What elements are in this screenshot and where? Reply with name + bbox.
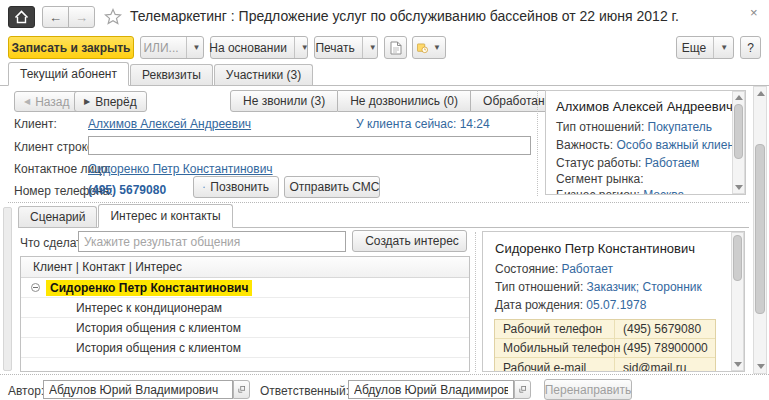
relation-type-label: Тип отношений:	[556, 120, 644, 134]
scroll-down-icon[interactable]	[735, 185, 743, 190]
choose-icon	[519, 385, 526, 394]
segment-label: Сегмент рынка:	[556, 172, 644, 186]
tree-row-history[interactable]: История общения с клиентом	[21, 318, 469, 338]
or-dropdown-button[interactable]: ИЛИ... ▼	[140, 36, 204, 59]
scroll-up-icon[interactable]	[735, 95, 743, 100]
forward-button[interactable]: →	[68, 6, 95, 28]
client-string-input[interactable]	[88, 136, 531, 155]
responsible-choose-button[interactable]	[514, 380, 531, 399]
channel-label: Рабочий телефон	[495, 320, 615, 338]
scrollbar-thumb[interactable]	[734, 104, 743, 159]
contact-relation-label: Тип отношений:	[495, 280, 583, 294]
table-row: Рабочий e-mail sid@mail.ru	[495, 358, 715, 372]
forward-nav-button[interactable]: ▶ Вперёд	[74, 91, 147, 112]
home-button[interactable]	[8, 6, 35, 28]
tab-participants[interactable]: Участники (3)	[214, 64, 313, 85]
scroll-down-icon[interactable]	[757, 364, 765, 369]
main-scrollbar[interactable]	[753, 86, 767, 374]
more-button[interactable]: Еще ▼	[676, 36, 734, 59]
chevron-down-icon: ▼	[301, 44, 309, 52]
save-close-button[interactable]: Записать и закрыть	[8, 36, 134, 59]
tree-row-history[interactable]: История общения с клиентом	[21, 338, 469, 358]
call-button[interactable]: Позвонить	[193, 176, 279, 198]
tree-row-contact[interactable]: Сидоренко Петр Константинович	[21, 278, 469, 298]
tree-row-interest[interactable]: Интерес к кондиционерам	[21, 298, 469, 318]
based-on-button[interactable]: На основании ▼	[210, 36, 308, 59]
window-title: Телемаркетинг : Предложение услуг по обс…	[130, 8, 679, 24]
responsible-input[interactable]	[348, 380, 514, 399]
client-label: Клиент:	[14, 117, 57, 131]
scrollbar-thumb[interactable]	[755, 144, 765, 314]
client-card-scrollbar[interactable]	[732, 91, 745, 194]
birth-date-value[interactable]: 05.07.1978	[586, 298, 646, 312]
scrollbar-thumb[interactable]	[733, 235, 742, 281]
tab-current-subscriber[interactable]: Текущий абонент	[8, 62, 129, 86]
tree-row-label[interactable]: История общения с клиентом	[76, 321, 241, 335]
close-icon[interactable]: ×	[750, 5, 758, 20]
region-value[interactable]: Москва	[643, 188, 684, 195]
tab-interest-contacts[interactable]: Интерес и контакты	[98, 204, 232, 228]
help-button[interactable]: ?	[740, 36, 761, 59]
contact-card-name: Сидоренко Петр Константинович	[495, 241, 726, 256]
client-local-time: У клиента сейчас: 14:24	[356, 117, 490, 131]
channel-label: Рабочий e-mail	[495, 358, 615, 372]
choose-icon	[238, 385, 245, 394]
contact-person-link[interactable]: Сидоренко Петр Константинович	[88, 162, 273, 176]
vertical-splitter[interactable]	[475, 232, 476, 372]
triangle-right-icon: ▶	[84, 97, 90, 106]
contact-card-panel: Сидоренко Петр Константинович Состояние:…	[482, 231, 745, 372]
work-status-value[interactable]: Работаем	[645, 156, 700, 170]
scroll-down-icon[interactable]	[734, 362, 742, 367]
reminder-icon	[417, 41, 428, 55]
send-sms-button[interactable]: Отправить СМС	[284, 176, 380, 198]
tree-row-label[interactable]: Сидоренко Петр Константинович	[46, 280, 252, 296]
chevron-down-icon: ▼	[369, 44, 377, 52]
author-label: Автор:	[8, 384, 44, 398]
create-interest-button[interactable]: Создать интерес	[352, 230, 467, 252]
titlebar: ← → Телемаркетинг : Предложение услуг по…	[0, 0, 769, 32]
print-button[interactable]: Печать ▼	[314, 36, 378, 59]
contact-relation-value[interactable]: Заказчик; Сторонник	[587, 280, 702, 294]
birth-date-label: Дата рождения:	[495, 298, 583, 312]
tree-row-label[interactable]: Интерес к кондиционерам	[76, 301, 222, 315]
importance-value[interactable]: Особо важный клиент	[616, 138, 739, 152]
call-result-input[interactable]	[78, 231, 346, 252]
interest-tree: Клиент | Контакт | Интерес Сидоренко Пет…	[20, 256, 470, 372]
tab-scenario[interactable]: Сценарий	[18, 206, 97, 227]
attached-files-button[interactable]	[384, 36, 407, 59]
phone-number-value[interactable]: (495) 5679080	[88, 183, 166, 197]
favorites-star-icon[interactable]	[104, 8, 122, 25]
contact-card-scrollbar[interactable]	[731, 232, 744, 371]
reminder-button[interactable]: ▼	[412, 36, 446, 59]
collapse-icon[interactable]	[31, 283, 40, 292]
channel-value: sid@mail.ru	[615, 361, 687, 373]
relation-type-value[interactable]: Покупатель	[648, 120, 712, 134]
tab-requisites[interactable]: Реквизиты	[130, 64, 213, 85]
chevron-down-icon: ▼	[433, 44, 441, 52]
back-button[interactable]: ←	[42, 6, 69, 28]
triangle-left-icon: ◀	[24, 97, 30, 106]
region-label: Бизнес регион:	[556, 188, 640, 195]
scroll-up-icon[interactable]	[757, 91, 765, 96]
vertical-splitter[interactable]	[537, 90, 538, 196]
contact-channels-table: Рабочий телефон (495) 5679080 Мобильный …	[494, 319, 716, 372]
client-card-panel: Алхимов Алексей Андреевич Тип отношений:…	[545, 90, 746, 195]
arrow-left-icon: ←	[49, 10, 62, 25]
left-splitter-handle[interactable]	[3, 207, 12, 371]
redirect-button[interactable]: Перенаправить	[544, 379, 632, 400]
not-reached-button[interactable]: Не дозвонились (0)	[338, 90, 471, 112]
toolbar: Записать и закрыть ИЛИ... ▼ На основании…	[0, 32, 769, 62]
not-called-button[interactable]: Не звонили (3)	[230, 90, 338, 112]
state-value[interactable]: Работает	[562, 262, 613, 276]
author-choose-button[interactable]	[233, 380, 250, 399]
interaction-tabstrip: Сценарий Интерес и контакты	[18, 204, 749, 228]
main-tabstrip: Текущий абонент Реквизиты Участники (3)	[0, 62, 769, 86]
client-link[interactable]: Алхимов Алексей Андреевич	[88, 117, 251, 131]
back-nav-button[interactable]: ◀ Назад	[14, 91, 80, 112]
chevron-down-icon: ▼	[193, 44, 201, 52]
table-row: Рабочий телефон (495) 5679080	[495, 320, 715, 339]
author-input[interactable]	[43, 380, 233, 399]
horizontal-splitter[interactable]	[8, 202, 749, 203]
tree-row-label[interactable]: История общения с клиентом	[76, 341, 241, 355]
tree-column-header[interactable]: Клиент | Контакт | Интерес	[21, 257, 469, 278]
